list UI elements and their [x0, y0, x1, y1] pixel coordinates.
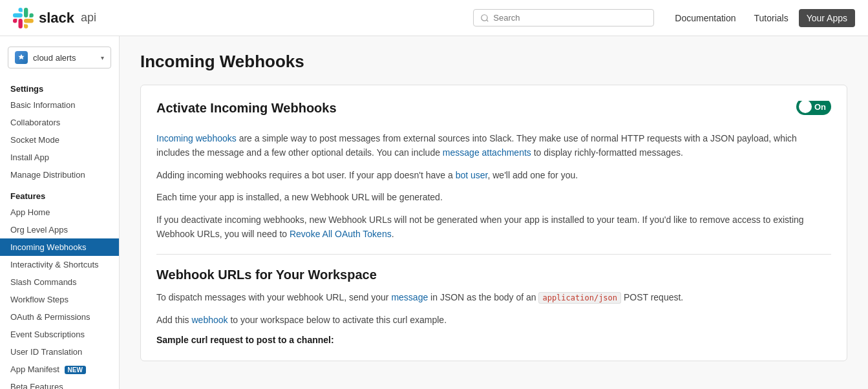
para-webhook-url-generated: Each time your app is installed, a new W…: [156, 190, 831, 204]
webhook-urls-section: Webhook URLs for Your Workspace To dispa…: [156, 268, 831, 345]
activate-section: On Activate Incoming Webhooks Incoming w…: [156, 101, 831, 241]
sidebar-item-socket-mode[interactable]: Socket Mode: [0, 131, 119, 149]
logo-slack-text: slack: [39, 10, 74, 26]
sidebar-item-slash-commands[interactable]: Slash Commands: [0, 273, 119, 291]
nav-documentation[interactable]: Documentation: [667, 9, 743, 27]
search-bar-container: [473, 9, 654, 26]
sidebar-item-interactivity-shortcuts[interactable]: Interactivity & Shortcuts: [0, 256, 119, 273]
app-selector[interactable]: cloud alerts ▾: [8, 47, 111, 68]
para-dispatch: To dispatch messages with your webhook U…: [156, 290, 831, 304]
message-link[interactable]: message: [391, 292, 428, 302]
sidebar-item-org-level-apps[interactable]: Org Level Apps: [0, 221, 119, 238]
top-nav: Documentation Tutorials Your Apps: [667, 9, 855, 27]
sidebar-item-app-manifest[interactable]: App Manifest NEW: [0, 361, 119, 378]
revoke-tokens-link[interactable]: Revoke All OAuth Tokens: [290, 229, 392, 239]
activate-title: Activate Incoming Webhooks: [156, 101, 831, 116]
message-attachments-link[interactable]: message attachments: [443, 147, 531, 158]
page-title: Incoming Webhooks: [140, 52, 847, 72]
para-webhooks-desc: Incoming webhooks are a simple way to po…: [156, 131, 831, 160]
chevron-down-icon: ▾: [101, 54, 104, 61]
webhook-link[interactable]: webhook: [191, 315, 228, 325]
bot-user-link[interactable]: bot user: [456, 170, 488, 180]
activate-toggle[interactable]: On: [796, 101, 831, 115]
search-icon: [480, 14, 489, 23]
logo-api-text: api: [81, 11, 96, 25]
header: slackapi Documentation Tutorials Your Ap…: [0, 0, 868, 36]
sidebar-item-install-app[interactable]: Install App: [0, 149, 119, 166]
para-bot-user: Adding incoming webhooks requires a bot …: [156, 168, 831, 182]
sidebar-item-oauth-permissions[interactable]: OAuth & Permissions: [0, 308, 119, 326]
sidebar-item-collaborators[interactable]: Collaborators: [0, 114, 119, 131]
nav-your-apps[interactable]: Your Apps: [799, 9, 855, 27]
toggle-label: On: [814, 102, 826, 112]
main-content: Incoming Webhooks On Activate Incoming W…: [120, 36, 868, 389]
nav-tutorials[interactable]: Tutorials: [746, 9, 796, 27]
app-selector-name: cloud alerts: [33, 53, 96, 63]
sidebar-item-user-id-translation[interactable]: User ID Translation: [0, 343, 119, 361]
section-divider: [156, 254, 831, 255]
sidebar-item-app-home[interactable]: App Home: [0, 204, 119, 221]
para-add-webhook: Add this webhook to your workspace below…: [156, 313, 831, 327]
sidebar-item-incoming-webhooks[interactable]: Incoming Webhooks: [0, 238, 119, 256]
sidebar-item-event-subscriptions[interactable]: Event Subscriptions: [0, 326, 119, 343]
svg-point-0: [482, 14, 487, 20]
new-badge: NEW: [65, 366, 86, 374]
sidebar: cloud alerts ▾ Settings Basic Informatio…: [0, 36, 120, 389]
app-selector-icon: [15, 51, 28, 64]
sidebar-item-basic-information[interactable]: Basic Information: [0, 96, 119, 114]
webhook-urls-title: Webhook URLs for Your Workspace: [156, 268, 831, 282]
para-deactivate: If you deactivate incoming webhooks, new…: [156, 213, 831, 242]
svg-line-1: [487, 19, 489, 21]
sidebar-item-manage-distribution[interactable]: Manage Distribution: [0, 166, 119, 184]
sidebar-item-beta-features[interactable]: Beta Features: [0, 378, 119, 389]
sidebar-item-workflow-steps[interactable]: Workflow Steps: [0, 291, 119, 308]
logo-area: slackapi: [13, 8, 96, 28]
curl-label: Sample curl request to post to a channel…: [156, 335, 831, 345]
content-type-code: application/json: [538, 292, 621, 304]
slack-logo-icon: [13, 8, 34, 28]
layout: cloud alerts ▾ Settings Basic Informatio…: [0, 36, 868, 389]
search-input[interactable]: [493, 13, 647, 23]
webhooks-card: On Activate Incoming Webhooks Incoming w…: [140, 85, 847, 361]
incoming-webhooks-link[interactable]: Incoming webhooks: [156, 133, 237, 143]
toggle-knob: [799, 101, 812, 113]
features-section-label: Features: [0, 186, 119, 204]
settings-section-label: Settings: [0, 79, 119, 96]
